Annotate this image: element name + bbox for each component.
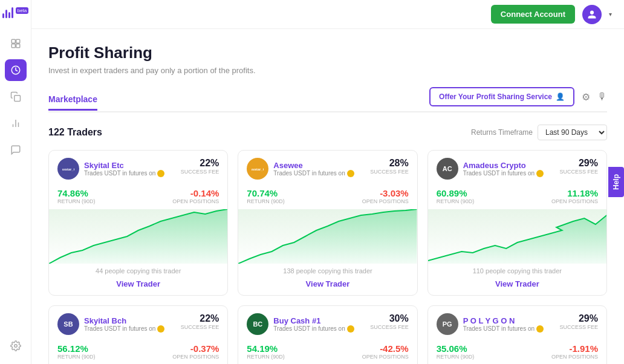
card-stats: 74.86% RETURN (90D) -0.14% OPEN POSITION… xyxy=(49,184,227,209)
trader-desc: Trades USDT in futures on xyxy=(273,170,354,177)
tab-marketplace[interactable]: Marketplace xyxy=(48,89,97,111)
return-value: 74.86% xyxy=(57,188,96,198)
trader-name-row: Amadeus Crypto Trades USDT in futures on xyxy=(463,161,544,177)
copiers-text: 138 people copying this trader xyxy=(247,267,408,275)
trader-info: ${t.avatar_text} Asewee Trades USDT in f… xyxy=(247,158,354,180)
traders-header: 122 Traders Returns Timeframe Last 90 Da… xyxy=(48,125,607,140)
trader-avatar: ${t.avatar_text} xyxy=(247,158,268,180)
topnav: Connect Account ▾ xyxy=(31,0,624,29)
view-trader-button[interactable]: View Trader xyxy=(306,279,350,288)
offer-service-button[interactable]: Offer Your Profit Sharing Service 👤 xyxy=(429,87,574,106)
sidebar-item-copy[interactable] xyxy=(5,86,27,108)
return-label: RETURN (90D) xyxy=(247,198,285,204)
traders-count: 122 Traders xyxy=(48,127,102,138)
page-title: Profit Sharing xyxy=(48,44,607,62)
card-stats: 60.89% RETURN (90D) 11.18% OPEN POSITION… xyxy=(428,184,606,209)
open-positions-stat: 11.18% OPEN POSITIONS xyxy=(551,188,598,204)
svg-rect-3 xyxy=(16,44,19,48)
binance-icon xyxy=(347,170,354,177)
trader-name: Amadeus Crypto xyxy=(463,161,544,170)
open-positions-stat: -0.14% OPEN POSITIONS xyxy=(172,188,219,204)
svg-marker-16 xyxy=(428,215,606,264)
return-value: 60.89% xyxy=(437,188,475,198)
trader-card: ${t.avatar_text} Asewee Trades USDT in f… xyxy=(238,150,417,296)
svg-marker-12 xyxy=(49,209,227,264)
fee-label: SUCCESS FEE xyxy=(181,169,219,175)
return-stat: 70.74% RETURN (90D) xyxy=(247,188,285,204)
sidebar: beta xyxy=(0,0,31,364)
svg-point-9 xyxy=(14,345,17,348)
fee-label: SUCCESS FEE xyxy=(559,169,598,175)
timeframe-select[interactable]: Last 90 Days Last 30 Days Last 180 Days … xyxy=(538,125,607,140)
return-value: 70.74% xyxy=(247,188,285,198)
svg-rect-5 xyxy=(14,96,20,102)
trader-name: Buy Cash #1 xyxy=(273,316,354,325)
sidebar-item-settings[interactable] xyxy=(5,335,27,357)
traders-grid: ${t.avatar_text} Skyital Etc Trades USDT… xyxy=(48,150,607,364)
binance-icon xyxy=(157,325,164,333)
fee-block: 22% SUCCESS FEE xyxy=(181,158,219,175)
fee-label: SUCCESS FEE xyxy=(559,324,598,330)
view-trader-button[interactable]: View Trader xyxy=(116,279,160,288)
open-positions-stat: -3.03% OPEN POSITIONS xyxy=(362,188,409,204)
open-positions-value: -0.37% xyxy=(172,343,219,354)
copiers-text: 110 people copying this trader xyxy=(437,267,598,275)
open-positions-stat: -42.5% OPEN POSITIONS xyxy=(362,343,409,360)
trader-info: SB Skyital Bch Trades USDT in futures on xyxy=(57,313,164,335)
connect-account-button[interactable]: Connect Account xyxy=(491,5,575,24)
return-stat: 56.12% RETURN (90D) xyxy=(57,343,96,360)
trader-desc: Trades USDT in futures on xyxy=(463,325,544,333)
logo: beta xyxy=(0,7,33,18)
user-chevron-icon[interactable]: ▾ xyxy=(609,11,612,18)
fee-label: SUCCESS FEE xyxy=(370,169,409,175)
sidebar-item-chart[interactable] xyxy=(5,112,27,134)
return-value: 56.12% xyxy=(57,343,96,354)
return-stat: 54.19% RETURN (90D) xyxy=(247,343,285,360)
help-button[interactable]: Help xyxy=(608,167,624,197)
open-positions-value: -42.5% xyxy=(362,343,409,354)
svg-rect-2 xyxy=(11,44,15,48)
card-header: AC Amadeus Crypto Trades USDT in futures… xyxy=(428,151,606,184)
timeframe-row: Returns Timeframe Last 90 Days Last 30 D… xyxy=(471,125,607,140)
card-header: ${t.avatar_text} Asewee Trades USDT in f… xyxy=(238,151,417,184)
return-label: RETURN (90D) xyxy=(437,198,475,204)
open-positions-stat: -0.37% OPEN POSITIONS xyxy=(172,343,219,360)
filter-icon[interactable]: ⚙ xyxy=(582,91,590,103)
open-positions-stat: -1.91% OPEN POSITIONS xyxy=(551,343,598,360)
trader-card: SB Skyital Bch Trades USDT in futures on… xyxy=(48,305,228,364)
trader-avatar: PG xyxy=(437,313,458,335)
sidebar-item-message[interactable] xyxy=(5,139,27,161)
trader-info: PG P O L Y G O N Trades USDT in futures … xyxy=(437,313,544,335)
open-positions-label: OPEN POSITIONS xyxy=(551,198,598,204)
trader-name: Skyital Bch xyxy=(84,316,164,325)
open-positions-value: -1.91% xyxy=(551,343,598,354)
user-avatar[interactable] xyxy=(582,5,602,24)
return-value: 54.19% xyxy=(247,343,285,354)
trader-info: BC Buy Cash #1 Trades USDT in futures on xyxy=(247,313,354,335)
trader-name: P O L Y G O N xyxy=(463,316,544,325)
svg-rect-0 xyxy=(11,39,15,43)
return-label: RETURN (90D) xyxy=(437,354,475,360)
svg-rect-1 xyxy=(16,39,19,43)
trader-avatar: BC xyxy=(247,313,268,335)
return-stat: 35.06% RETURN (90D) xyxy=(437,343,475,360)
card-chart xyxy=(238,209,417,264)
sidebar-item-page[interactable] xyxy=(5,33,27,54)
trader-name-row: Buy Cash #1 Trades USDT in futures on xyxy=(273,316,354,333)
card-header: SB Skyital Bch Trades USDT in futures on… xyxy=(49,306,227,340)
trader-info: ${t.avatar_text} Skyital Etc Trades USDT… xyxy=(57,158,164,180)
return-value: 35.06% xyxy=(437,343,475,354)
fee-percentage: 29% xyxy=(559,158,598,169)
open-positions-value: -0.14% xyxy=(172,188,219,198)
svg-text:${t.avatar_text}: ${t.avatar_text} xyxy=(252,167,264,171)
open-positions-label: OPEN POSITIONS xyxy=(362,354,409,360)
binance-icon xyxy=(347,325,354,333)
sidebar-item-clock[interactable] xyxy=(5,59,27,81)
fee-block: 22% SUCCESS FEE xyxy=(181,313,219,330)
trader-name: Skyital Etc xyxy=(84,161,164,170)
copiers-text: 44 people copying this trader xyxy=(57,267,219,275)
trader-card: AC Amadeus Crypto Trades USDT in futures… xyxy=(427,150,607,296)
binance-icon xyxy=(157,170,164,177)
mic-icon[interactable]: 🎙 xyxy=(597,91,607,102)
view-trader-button[interactable]: View Trader xyxy=(495,279,539,288)
